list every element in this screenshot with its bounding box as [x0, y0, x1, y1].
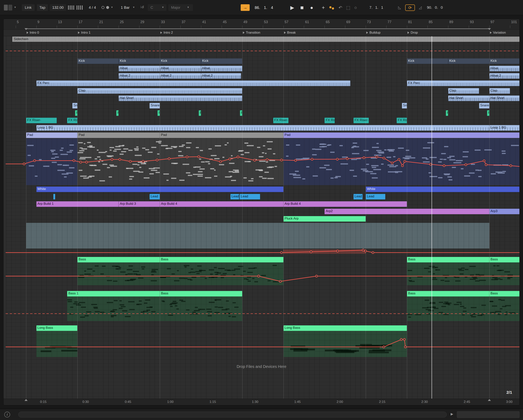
locator-buildup[interactable]: Buildup: [366, 31, 381, 35]
loop-brace-end[interactable]: [488, 28, 491, 30]
clip-fill[interactable]: Fill: [446, 110, 448, 116]
clip-lead[interactable]: Lead: [366, 194, 385, 199]
clip-loop-1-bg[interactable]: Loop 1 BG: [489, 125, 520, 131]
status-mini-play-icon[interactable]: ▶: [451, 412, 453, 416]
clip-pad[interactable]: Pad: [77, 132, 160, 138]
clip-bass[interactable]: Bass: [489, 257, 520, 263]
stop-button[interactable]: ■: [298, 3, 306, 12]
clip-hihat[interactable]: Hihat: [160, 66, 201, 71]
tap-tempo-button[interactable]: Tap: [37, 4, 48, 11]
capture-midi-icon[interactable]: ○: [352, 4, 359, 11]
clip-pluck-arp[interactable]: Pluck Arp: [284, 216, 366, 222]
arrangement-position-field[interactable]: 86. 1. 4: [255, 4, 273, 11]
clip-fill[interactable]: Fill: [199, 110, 201, 116]
clip-snare[interactable]: Snare: [402, 103, 407, 108]
clip-lead[interactable]: Lead: [230, 194, 239, 199]
region-bass2-body[interactable]: [67, 296, 160, 321]
metronome-ticks-icon-1[interactable]: [68, 5, 74, 10]
locator-intro-2[interactable]: Intro 2: [160, 31, 173, 35]
draw-mode-icon[interactable]: ⬚: [344, 4, 352, 11]
clip-pad[interactable]: Pad: [284, 132, 520, 138]
time-ruler[interactable]: [3, 399, 520, 405]
automation-arm-icon[interactable]: [329, 6, 332, 8]
locator-variation[interactable]: Variation: [490, 31, 506, 35]
region-bass1-body[interactable]: [77, 263, 160, 285]
clip-hihat[interactable]: Hihat: [201, 66, 242, 71]
clip-lead[interactable]: [53, 194, 55, 199]
metronome-icon[interactable]: [101, 6, 104, 9]
clip-pad[interactable]: Pad: [160, 132, 284, 138]
record-button[interactable]: ●: [308, 3, 316, 12]
region-bass1-body[interactable]: [407, 263, 489, 285]
clip-sidechain[interactable]: Sidechain: [12, 37, 520, 42]
clip-hihat-2[interactable]: Hihat 2: [119, 73, 160, 79]
clip-bass[interactable]: Bass: [160, 291, 242, 296]
clip-clap[interactable]: Clap: [489, 88, 510, 94]
region-midi-navy[interactable]: [26, 139, 78, 185]
time-signature-field[interactable]: 4 / 4: [86, 4, 99, 11]
clip-fx-riser[interactable]: FX Riser-: [397, 118, 407, 123]
link-button[interactable]: Link: [22, 4, 35, 11]
clip-kick[interactable]: Kick: [407, 58, 448, 64]
clip-fx-riser[interactable]: FX Riser-: [67, 118, 77, 123]
chevron-down-icon[interactable]: ▾: [14, 5, 16, 9]
clip-hat-short[interactable]: Hat Short: [119, 95, 242, 101]
clip-bass[interactable]: Bass: [407, 257, 489, 263]
zoom-level-indicator[interactable]: 2/1: [507, 390, 512, 395]
locator-transition[interactable]: Transition: [243, 31, 260, 35]
clip-loop-1-bg[interactable]: Loop 1 BG: [36, 125, 489, 131]
loop-start-field[interactable]: 7. 1. 1: [369, 5, 383, 10]
add-track-button[interactable]: +: [320, 4, 327, 11]
clip-kick[interactable]: Kick: [489, 58, 520, 64]
locator-break[interactable]: Break: [284, 31, 296, 35]
clip-hihat-2[interactable]: Hihat 2: [489, 73, 520, 79]
loop-brace-end[interactable]: [25, 28, 28, 30]
region-bass2-body[interactable]: [407, 296, 489, 321]
clip-lead[interactable]: Lead: [353, 194, 363, 199]
loop-marker-icon[interactable]: [488, 399, 491, 401]
clip-hat-short[interactable]: Hat Short: [489, 95, 520, 101]
clip-pad[interactable]: Pad: [26, 132, 78, 138]
region-teal[interactable]: [26, 223, 489, 248]
loop-button[interactable]: ⟳: [405, 4, 415, 11]
clip-hihat[interactable]: Hihat: [119, 66, 160, 71]
tempo-field[interactable]: 132.00: [50, 4, 66, 11]
key-scale-menu[interactable]: Major: [168, 4, 193, 11]
locator-intro-0[interactable]: Intro 0: [27, 31, 39, 35]
region-wedge[interactable]: [284, 249, 366, 254]
clip-fill[interactable]: Fill: [240, 110, 242, 116]
clip-fill[interactable]: Fill: [75, 110, 77, 116]
region-longbass-body[interactable]: [36, 331, 78, 357]
clip-kick[interactable]: Kick: [160, 58, 201, 64]
clip-lead[interactable]: Lead: [149, 194, 160, 199]
region-midi-navy2[interactable]: [284, 139, 520, 185]
clip-lead[interactable]: Lead: [239, 194, 260, 199]
metronome-icon-filled[interactable]: [106, 6, 109, 9]
region-bass2-body[interactable]: [160, 296, 242, 321]
clip-white[interactable]: White: [366, 187, 520, 192]
clip-bass-1[interactable]: Bass 1: [67, 291, 160, 296]
locator-drop[interactable]: Drop: [408, 31, 418, 35]
clip-hihat-2[interactable]: Hihat 2: [160, 73, 201, 79]
clip-bass[interactable]: Bass: [407, 291, 489, 296]
clip-long-bass[interactable]: Long Bass: [36, 325, 78, 331]
chevron-down-icon[interactable]: ▾: [162, 5, 164, 9]
clip-fx-riser[interactable]: FX Riser-: [353, 118, 369, 123]
clip-snare[interactable]: Snare: [479, 103, 489, 108]
loop-length-field[interactable]: 90. 0. 0: [427, 5, 443, 10]
region-midi-gray[interactable]: [77, 139, 283, 185]
play-button[interactable]: ▶: [288, 3, 296, 12]
info-icon[interactable]: i: [4, 412, 10, 418]
clip-kick[interactable]: Kick: [119, 58, 160, 64]
clip-snare[interactable]: Snare: [149, 103, 160, 108]
clip-fx-riser[interactable]: FX Riser-: [273, 118, 288, 123]
clip-hihat-2[interactable]: Hihat 2: [201, 73, 241, 79]
view-layout-toggle-icon[interactable]: [4, 5, 13, 10]
clip-clap[interactable]: Clap: [448, 88, 479, 94]
clip-bass[interactable]: Bass: [160, 257, 284, 263]
punch-out-icon[interactable]: ◿: [417, 4, 424, 11]
clip-kick[interactable]: Kick: [77, 58, 119, 64]
chevron-down-icon[interactable]: ▾: [111, 5, 113, 9]
clip-fx-riser[interactable]: FX Riser-: [325, 118, 335, 123]
punch-in-icon[interactable]: ◺: [396, 4, 403, 11]
